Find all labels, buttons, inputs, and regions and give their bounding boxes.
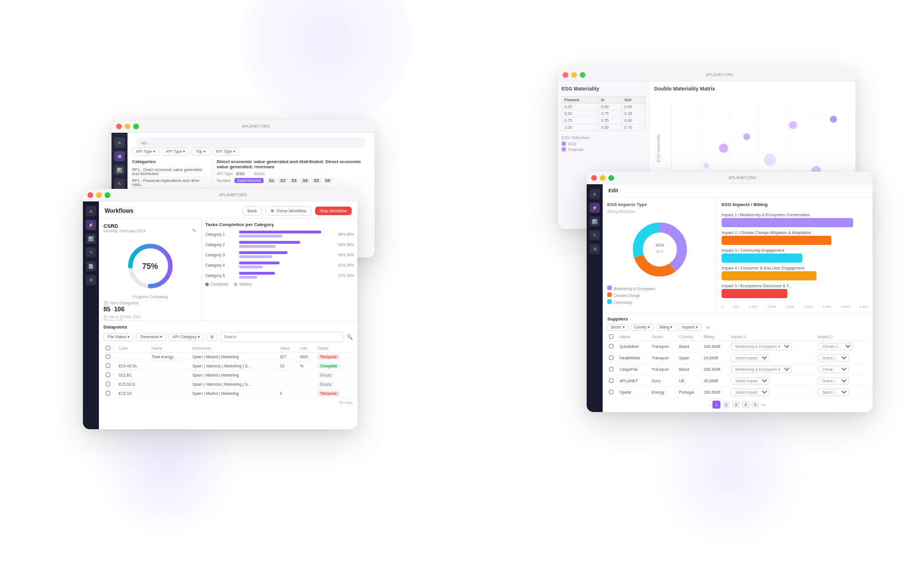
tl-red-wf[interactable] (87, 192, 93, 198)
sup-impact2-4[interactable]: Select i... (818, 377, 849, 385)
row-check-2[interactable] (106, 363, 110, 368)
sup-impact1-5[interactable]: Select impact (731, 389, 770, 396)
csrd-type: Monthly, February 2024 (103, 229, 145, 233)
kpi-filter-4[interactable]: KPI Type ▾ (212, 148, 240, 156)
kpi-nav-2[interactable]: ⊞ (114, 151, 125, 161)
sup-impact2-1[interactable]: Climate C... (818, 343, 853, 350)
dp-unit-1: kWh (298, 352, 315, 361)
sdg-s4: S4 (300, 178, 310, 183)
tl-red-esg[interactable] (591, 175, 597, 181)
row-check-1[interactable] (106, 354, 110, 359)
progress-container: 75% (103, 243, 197, 289)
add-filter-icon[interactable]: ⊕ (706, 325, 710, 330)
impact-track-4 (722, 271, 868, 280)
sdg-s1: S1 (267, 178, 277, 183)
kpi-filter-1[interactable]: KPI Type ▾ (132, 148, 160, 156)
dp-row-1: Total energy... Spain | Madrid | Marketi… (103, 352, 353, 361)
csrd-title: CSRD (103, 223, 145, 229)
page-5[interactable]: 5 (751, 401, 759, 409)
sup-impact2-3[interactable]: Climat... (818, 366, 849, 373)
dp-filter-dimension[interactable]: Dimension ▾ (136, 333, 166, 341)
esg-nav-impacts[interactable]: ⚡ (590, 203, 600, 213)
dp-filter-more[interactable]: ⊞ (206, 333, 218, 341)
tl-yellow-wf[interactable] (96, 192, 102, 198)
search-icon[interactable]: 🔍 (346, 334, 353, 340)
back-button[interactable]: Back (242, 206, 262, 216)
esg-nav-chart[interactable]: 📊 (590, 216, 600, 227)
sup-check-2[interactable] (609, 355, 614, 360)
sup-check-4[interactable] (609, 378, 614, 383)
wf-legend: Completed Waiting (205, 282, 354, 286)
wf-nav-settings[interactable]: ⚙ (86, 275, 96, 285)
impact-track-1 (722, 218, 868, 227)
sup-filter-sector[interactable]: Sector ▾ (607, 324, 628, 331)
tl-red-kpi[interactable] (116, 124, 122, 129)
sup-filter-impacts[interactable]: Impacts ▾ (678, 324, 702, 331)
sup-select-all[interactable] (609, 334, 614, 339)
cat-bar-waiting-2 (239, 245, 276, 248)
sup-check-3[interactable] (609, 367, 614, 371)
clone-workflow-button[interactable]: ⊕ Clone Workflow (265, 206, 311, 216)
kpi-filter-3[interactable]: Top ▾ (192, 148, 209, 156)
esg-nav-edit[interactable]: ✎ (590, 230, 600, 240)
row-check-5[interactable] (106, 391, 110, 395)
sup-filter-billing[interactable]: Billing ▾ (656, 324, 676, 331)
stop-workflow-button[interactable]: Stop Workflow (315, 207, 352, 215)
page-prev[interactable]: ‹ (710, 403, 711, 407)
sup-impact2-5[interactable]: Select i... (818, 389, 849, 396)
sup-impact2-2[interactable]: Select i... (818, 354, 849, 362)
impact-track-3 (722, 254, 868, 263)
wf-nav-edit[interactable]: ✎ (86, 247, 96, 258)
wf-nav-file[interactable]: 📄 (86, 261, 96, 271)
sup-check-1[interactable] (609, 344, 614, 349)
wf-nav-chart[interactable]: 📊 (86, 233, 96, 244)
page-next[interactable]: >> (761, 403, 766, 407)
kpi-cat-1[interactable]: RP1 - Direct economic value generated an… (132, 167, 207, 177)
sup-impact1-2[interactable]: Select impact (731, 354, 770, 362)
tl-yellow-matrix[interactable] (571, 72, 577, 78)
sup-check-5[interactable] (609, 390, 614, 394)
sup-country-5: Portugal (678, 387, 702, 398)
page-2[interactable]: 2 (722, 401, 730, 409)
dp-unit-4 (298, 379, 315, 389)
edit-icon[interactable]: ✎ (192, 228, 197, 233)
cat-label-3: Category 3 (205, 253, 237, 257)
esg-nav-home[interactable]: A (590, 189, 600, 199)
kpi-cat-2[interactable]: RP1 - Financial implications and other r… (132, 177, 207, 188)
wf-nav-workflows[interactable]: ⚡ (86, 220, 96, 230)
esg-url: APLANET.ORG (617, 176, 868, 180)
sup-impact1-3[interactable]: Biodiversity & Ecosystem ▾ (731, 366, 792, 373)
kpi-filter-2[interactable]: KPI Type ▾ (162, 148, 189, 156)
page-1[interactable]: 1 (712, 401, 720, 409)
impact-fill-1 (722, 218, 853, 227)
sup-impact1-1[interactable]: Biodiversity & Ecosystem ▾ (731, 343, 792, 350)
kpi-nav-1[interactable]: A (114, 137, 125, 148)
col-dimension: Dimension (190, 345, 277, 353)
tl-red-matrix[interactable] (563, 72, 568, 78)
tl-green-kpi[interactable] (133, 124, 139, 129)
row-check-3[interactable] (106, 373, 110, 377)
dp-filter-kpi[interactable]: KPI Category ▾ (169, 333, 204, 341)
experimental-badge: Experimental (234, 178, 264, 183)
row-check-4[interactable] (106, 382, 110, 386)
sup-impact1-4[interactable]: Select impact (731, 377, 770, 385)
tl-green-esg[interactable] (608, 175, 614, 181)
kpi-nav-4[interactable]: ✎ (114, 179, 125, 189)
wf-nav-home[interactable]: A (86, 206, 96, 216)
page-4[interactable]: 4 (742, 401, 750, 409)
sup-filter-country[interactable]: Country ▾ (631, 324, 654, 331)
esg-subtitle: Billing Attributes (607, 209, 712, 213)
suppliers-title: Suppliers (607, 316, 868, 322)
tl-yellow-kpi[interactable] (125, 124, 130, 129)
tl-green-wf[interactable] (105, 192, 110, 198)
esg-nav-settings[interactable]: ⚙ (590, 244, 600, 254)
kpi-nav-3[interactable]: 📊 (114, 165, 125, 175)
dp-table-header: Code Name Dimension Value Unit Status (103, 345, 353, 353)
page-3[interactable]: 3 (732, 401, 740, 409)
sup-country-1: Brazil (678, 341, 702, 353)
tl-green-matrix[interactable] (580, 72, 586, 78)
dp-filter-status[interactable]: File Status ▾ (103, 333, 134, 341)
select-all-checkbox[interactable] (106, 346, 110, 350)
dp-search-input[interactable] (220, 332, 344, 342)
tl-yellow-esg[interactable] (600, 175, 606, 181)
